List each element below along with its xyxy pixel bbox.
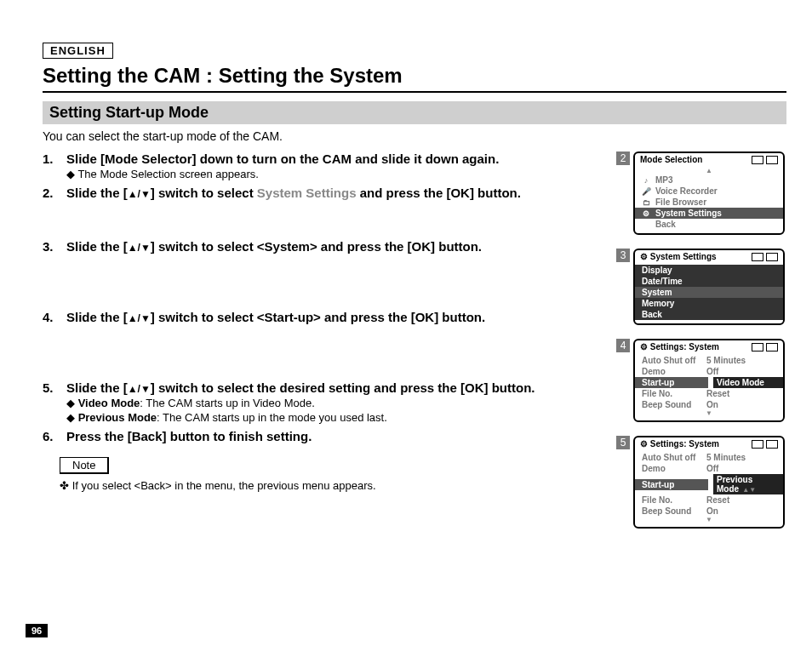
status-icons bbox=[752, 156, 778, 164]
step-sub: Video Mode: The CAM starts up in Video M… bbox=[66, 397, 638, 409]
setting-row[interactable]: DemoOff bbox=[635, 463, 783, 474]
step-headline: Slide the [▲/▼] switch to select <System… bbox=[66, 239, 638, 254]
screen-number: 5 bbox=[616, 436, 630, 449]
menu-item[interactable]: Display bbox=[635, 265, 783, 276]
settings-icon: ⚙ bbox=[640, 342, 648, 352]
step-1: 1. Slide [Mode Selector] down to turn on… bbox=[43, 151, 638, 180]
step-3: 3. Slide the [▲/▼] switch to select <Sys… bbox=[43, 239, 638, 254]
status-icons bbox=[752, 440, 778, 449]
intro-text: You can select the start-up mode of the … bbox=[43, 129, 786, 143]
section-title: Setting Start-up Mode bbox=[43, 101, 786, 124]
screen-2: 2 Mode Selection ▲ ♪MP3 🎤Voice Recorder … bbox=[616, 151, 786, 235]
settings-icon: ⚙ bbox=[640, 252, 648, 261]
up-down-icon: ▲/▼ bbox=[128, 188, 151, 200]
scroll-down-icon: ▼ bbox=[635, 517, 783, 523]
steps-list: 1. Slide [Mode Selector] down to turn on… bbox=[43, 151, 638, 492]
screen-title: ⚙ Settings: System bbox=[640, 439, 719, 449]
scroll-down-icon: ▼ bbox=[635, 410, 783, 417]
step-5: 5. Slide the [▲/▼] switch to select the … bbox=[43, 380, 638, 424]
settings-icon: ⚙ bbox=[642, 209, 650, 218]
value-arrows-icon: ▲▼ bbox=[741, 486, 756, 494]
step-headline: Slide the [▲/▼] switch to select System … bbox=[66, 186, 638, 200]
menu-item-back[interactable]: Back bbox=[635, 309, 783, 320]
setting-row[interactable]: Auto Shut off5 Minutes bbox=[635, 452, 783, 463]
step-4: 4. Slide the [▲/▼] switch to select <Sta… bbox=[43, 310, 638, 324]
step-number: 6. bbox=[43, 429, 66, 443]
status-icons bbox=[752, 253, 778, 261]
menu-item[interactable]: 🎤Voice Recorder bbox=[635, 186, 783, 197]
screen-title: Mode Selection bbox=[640, 155, 702, 164]
status-icons bbox=[752, 343, 778, 352]
setting-row[interactable]: File No.Reset bbox=[635, 388, 783, 399]
battery-icon bbox=[766, 156, 778, 164]
step-6: 6. Press the [Back] button to finish set… bbox=[43, 429, 638, 443]
scroll-up-icon: ▲ bbox=[635, 168, 783, 174]
step-sub: The Mode Selection screen appears. bbox=[66, 168, 638, 180]
screens-column: 2 Mode Selection ▲ ♪MP3 🎤Voice Recorder … bbox=[616, 151, 786, 542]
battery-icon bbox=[766, 253, 778, 261]
screen-title: ⚙ System Settings bbox=[640, 252, 717, 261]
step-headline: Press the [Back] button to finish settin… bbox=[66, 429, 638, 443]
mic-icon: 🎤 bbox=[642, 187, 650, 196]
screen-number: 3 bbox=[616, 249, 630, 262]
up-down-icon: ▲/▼ bbox=[128, 242, 151, 254]
screen-title: ⚙ Settings: System bbox=[640, 342, 719, 352]
battery-icon bbox=[766, 440, 778, 449]
screen-4: 4 ⚙ Settings: System Auto Shut off5 Minu… bbox=[616, 339, 786, 422]
screen-number: 4 bbox=[616, 339, 630, 352]
setting-row-selected[interactable]: Start-upPrevious Mode ▲▼ bbox=[635, 474, 783, 494]
step-headline: Slide the [▲/▼] switch to select <Start-… bbox=[66, 310, 638, 324]
folder-icon: 🗀 bbox=[642, 198, 650, 207]
note-label: Note bbox=[60, 457, 109, 474]
menu-item-back[interactable]: Back bbox=[635, 219, 783, 230]
memory-icon bbox=[752, 156, 763, 164]
step-headline: Slide the [▲/▼] switch to select the des… bbox=[66, 380, 638, 395]
page: ENGLISH Setting the CAM : Setting the Sy… bbox=[0, 0, 812, 663]
memory-icon bbox=[752, 253, 763, 261]
step-number: 4. bbox=[43, 310, 66, 324]
up-down-icon: ▲/▼ bbox=[128, 312, 151, 324]
setting-row-selected[interactable]: Start-upVideo Mode bbox=[635, 377, 783, 388]
step-number: 3. bbox=[43, 239, 66, 254]
step-number: 1. bbox=[43, 151, 66, 180]
memory-icon bbox=[752, 440, 763, 449]
menu-item-selected[interactable]: System bbox=[635, 287, 783, 298]
setting-row[interactable]: File No.Reset bbox=[635, 494, 783, 506]
menu-item[interactable]: ♪MP3 bbox=[635, 174, 783, 186]
note-text: If you select <Back> in the menu, the pr… bbox=[60, 479, 638, 492]
screen-number: 2 bbox=[616, 151, 630, 165]
memory-icon bbox=[752, 343, 763, 352]
setting-row[interactable]: Auto Shut off5 Minutes bbox=[635, 355, 783, 366]
menu-item[interactable]: Date/Time bbox=[635, 276, 783, 287]
step-number: 5. bbox=[43, 380, 66, 424]
setting-row[interactable]: DemoOff bbox=[635, 366, 783, 377]
step-2: 2. Slide the [▲/▼] switch to select Syst… bbox=[43, 186, 638, 200]
battery-icon bbox=[766, 343, 778, 352]
language-label: ENGLISH bbox=[43, 43, 113, 59]
page-number: 96 bbox=[26, 624, 48, 637]
menu-item[interactable]: 🗀File Browser bbox=[635, 197, 783, 208]
page-title: Setting the CAM : Setting the System bbox=[43, 64, 786, 93]
up-down-icon: ▲/▼ bbox=[128, 383, 151, 395]
menu-item-selected[interactable]: ⚙System Settings bbox=[635, 208, 783, 219]
step-number: 2. bbox=[43, 186, 66, 200]
music-icon: ♪ bbox=[642, 176, 650, 185]
step-sub: Previous Mode: The CAM starts up in the … bbox=[66, 411, 638, 424]
step-headline: Slide [Mode Selector] down to turn on th… bbox=[66, 151, 638, 166]
menu-item[interactable]: Memory bbox=[635, 298, 783, 309]
screen-5: 5 ⚙ Settings: System Auto Shut off5 Minu… bbox=[616, 436, 786, 529]
settings-icon: ⚙ bbox=[640, 439, 648, 449]
screen-3: 3 ⚙ System Settings Display Date/Time Sy… bbox=[616, 249, 786, 325]
